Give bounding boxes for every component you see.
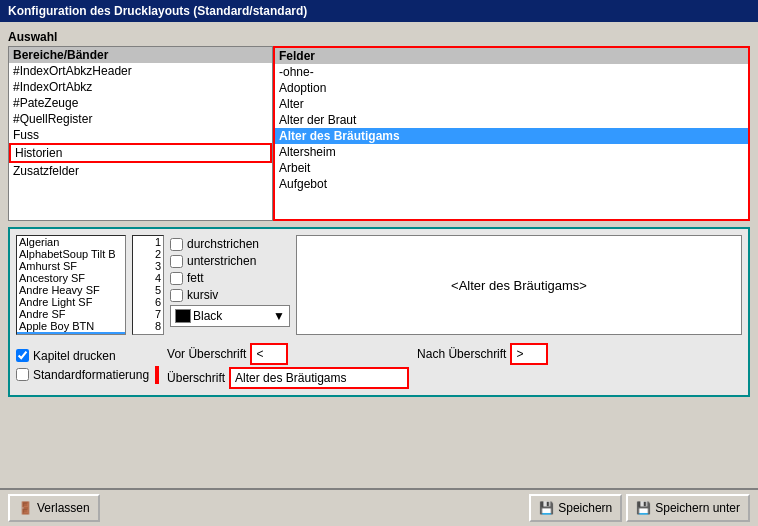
kursiv-checkbox[interactable] <box>170 289 183 302</box>
content-area: Auswahl Bereiche/Bänder #IndexOrtAbkzHea… <box>0 22 758 488</box>
verlassen-icon: 🚪 <box>18 501 33 515</box>
font-item[interactable]: Andre SF <box>17 308 125 320</box>
right-list-header: Felder <box>275 48 748 64</box>
preview-box: <Alter des Bräutigams> <box>296 235 742 335</box>
standardformatierung-row: Standardformatierung <box>16 366 159 384</box>
ueberschrift-row: Überschrift <box>167 367 409 389</box>
color-swatch <box>175 309 191 323</box>
font-list[interactable]: Algerian AlphabetSoup Tilt B Amhurst SF … <box>16 235 126 335</box>
left-list-scroll[interactable]: Bereiche/Bänder #IndexOrtAbkzHeader #Ind… <box>9 47 272 220</box>
nach-ueberschrift-input[interactable] <box>510 343 548 365</box>
unterstrichen-label: unterstrichen <box>187 254 256 268</box>
font-item[interactable]: Amhurst SF <box>17 260 125 272</box>
style-panel: durchstrichen unterstrichen fett kursiv <box>170 235 290 327</box>
window-title: Konfiguration des Drucklayouts (Standard… <box>8 4 307 18</box>
kursiv-row: kursiv <box>170 288 290 302</box>
list-item[interactable]: #IndexOrtAbkzHeader <box>9 63 272 79</box>
left-list-container: Bereiche/Bänder #IndexOrtAbkzHeader #Ind… <box>8 46 273 221</box>
auswahl-label: Auswahl <box>8 30 750 44</box>
right-list-container: Felder -ohne- Adoption Alter Alter der B… <box>273 46 750 221</box>
speichern-icon: 💾 <box>539 501 554 515</box>
size-list[interactable]: 1 2 3 4 5 6 7 8 9 10 11 12 <box>132 235 164 335</box>
right-list-scroll[interactable]: Felder -ohne- Adoption Alter Alter der B… <box>275 48 748 219</box>
vor-ueberschrift-group: Vor Überschrift Überschrift <box>167 343 409 389</box>
size-item[interactable]: 1 <box>133 236 163 248</box>
durchstrichen-checkbox[interactable] <box>170 238 183 251</box>
auswahl-section: Auswahl Bereiche/Bänder #IndexOrtAbkzHea… <box>8 30 750 221</box>
dropdown-arrow-icon: ▼ <box>273 309 285 323</box>
font-item[interactable]: Andre Light SF <box>17 296 125 308</box>
list-item[interactable]: Arbeit <box>275 160 748 176</box>
font-item[interactable]: Andre Heavy SF <box>17 284 125 296</box>
kapitel-drucken-label: Kapitel drucken <box>33 349 116 363</box>
durchstrichen-row: durchstrichen <box>170 237 290 251</box>
list-item[interactable]: #IndexOrtAbkz <box>9 79 272 95</box>
lists-row: Bereiche/Bänder #IndexOrtAbkzHeader #Ind… <box>8 46 750 221</box>
font-item[interactable]: Apple Boy BTN <box>17 320 125 332</box>
size-item[interactable]: 2 <box>133 248 163 260</box>
list-item-alter-braeutigam[interactable]: Alter des Bräutigams <box>275 128 748 144</box>
speichern-unter-icon: 💾 <box>636 501 651 515</box>
standardformatierung-label: Standardformatierung <box>33 368 149 382</box>
size-item[interactable]: 8 <box>133 320 163 332</box>
vor-ueberschrift-label: Vor Überschrift <box>167 347 246 361</box>
list-item[interactable]: Alter der Braut <box>275 112 748 128</box>
verlassen-label: Verlassen <box>37 501 90 515</box>
list-item[interactable]: Adoption <box>275 80 748 96</box>
list-item[interactable]: #PateZeuge <box>9 95 272 111</box>
list-item[interactable]: Zusatzfelder <box>9 163 272 179</box>
size-item[interactable]: 9 <box>133 332 163 335</box>
preview-text: <Alter des Bräutigams> <box>451 278 587 293</box>
kapitel-drucken-row: Kapitel drucken <box>16 349 159 363</box>
speichern-label: Speichern <box>558 501 612 515</box>
nach-ueberschrift-row: Nach Überschrift <box>417 343 548 365</box>
config-row2: Kapitel drucken Standardformatierung Vor… <box>16 343 742 389</box>
speichern-unter-label: Speichern unter <box>655 501 740 515</box>
vor-ueberschrift-input[interactable] <box>250 343 288 365</box>
font-item[interactable]: Algerian <box>17 236 125 248</box>
list-item-historien[interactable]: Historien <box>9 143 272 163</box>
red-bar-indicator <box>155 366 159 384</box>
size-item[interactable]: 3 <box>133 260 163 272</box>
fett-checkbox[interactable] <box>170 272 183 285</box>
list-item[interactable]: -ohne- <box>275 64 748 80</box>
kapitel-drucken-checkbox[interactable] <box>16 349 29 362</box>
vor-ueberschrift-row: Vor Überschrift <box>167 343 409 365</box>
fett-label: fett <box>187 271 204 285</box>
durchstrichen-label: durchstrichen <box>187 237 259 251</box>
ueberschrift-label: Überschrift <box>167 371 225 385</box>
font-item[interactable]: AlphabetSoup Tilt B <box>17 248 125 260</box>
font-item[interactable]: Ancestory SF <box>17 272 125 284</box>
verlassen-button[interactable]: 🚪 Verlassen <box>8 494 100 522</box>
ueberschrift-input[interactable] <box>229 367 409 389</box>
title-bar: Konfiguration des Drucklayouts (Standard… <box>0 0 758 22</box>
nach-ueberschrift-group: Nach Überschrift <box>417 343 548 365</box>
nach-ueberschrift-label: Nach Überschrift <box>417 347 506 361</box>
fett-row: fett <box>170 271 290 285</box>
color-label: Black <box>193 309 222 323</box>
size-item[interactable]: 7 <box>133 308 163 320</box>
unterstrichen-row: unterstrichen <box>170 254 290 268</box>
kapitel-section: Kapitel drucken Standardformatierung <box>16 349 159 384</box>
standardformatierung-checkbox[interactable] <box>16 368 29 381</box>
size-item[interactable]: 6 <box>133 296 163 308</box>
speichern-unter-button[interactable]: 💾 Speichern unter <box>626 494 750 522</box>
footer: 🚪 Verlassen 💾 Speichern 💾 Speichern unte… <box>0 488 758 526</box>
left-list-header: Bereiche/Bänder <box>9 47 272 63</box>
config-row1: Algerian AlphabetSoup Tilt B Amhurst SF … <box>16 235 742 335</box>
size-item[interactable]: 5 <box>133 284 163 296</box>
list-item[interactable]: #QuellRegister <box>9 111 272 127</box>
font-item-arial[interactable]: Arial <box>17 332 125 335</box>
unterstrichen-checkbox[interactable] <box>170 255 183 268</box>
config-panel: Algerian AlphabetSoup Tilt B Amhurst SF … <box>8 227 750 397</box>
speichern-button[interactable]: 💾 Speichern <box>529 494 622 522</box>
list-item[interactable]: Alter <box>275 96 748 112</box>
list-item[interactable]: Fuss <box>9 127 272 143</box>
size-item[interactable]: 4 <box>133 272 163 284</box>
main-window: Konfiguration des Drucklayouts (Standard… <box>0 0 758 526</box>
list-item[interactable]: Altersheim <box>275 144 748 160</box>
list-item[interactable]: Aufgebot <box>275 176 748 192</box>
kursiv-label: kursiv <box>187 288 218 302</box>
color-dropdown[interactable]: Black ▼ <box>170 305 290 327</box>
